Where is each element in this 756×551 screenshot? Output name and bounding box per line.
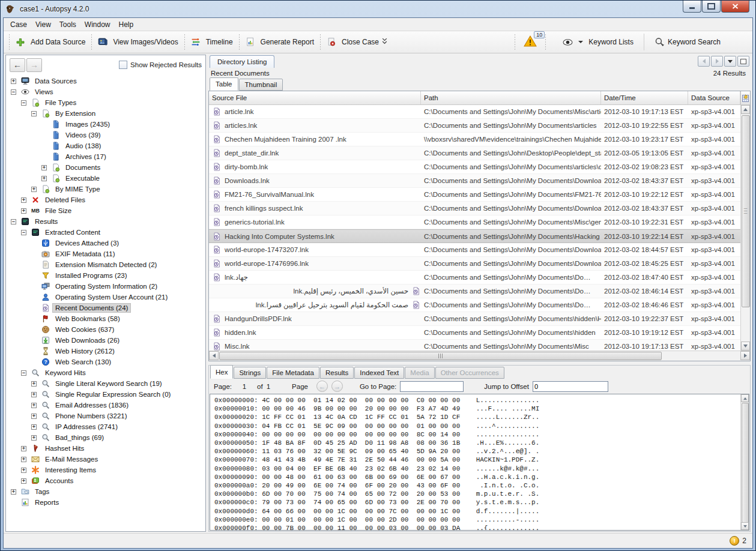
tree-item-label[interactable]: Extracted Content [43,228,103,236]
table-row[interactable]: articles.lnkC:\Documents and Settings\Jo… [209,119,740,133]
expand-icon[interactable]: + [31,392,37,397]
title-bar[interactable]: case1 - Autopsy 4.2.0 [3,1,753,17]
tree-item-label[interactable]: File Types [43,98,79,107]
scroll-down-button[interactable] [741,522,749,530]
hex-scrollbar[interactable] [740,394,749,530]
tree-item[interactable]: −By Extension [6,108,205,119]
tree-item-label[interactable]: EXIF Metadata (11) [53,250,118,258]
tree-item-label[interactable]: By MIME Type [53,185,103,193]
expand-icon[interactable]: + [31,424,37,430]
tree-item-label[interactable]: File Size [43,206,74,215]
expand-icon[interactable]: + [11,79,16,84]
tree-item-label[interactable]: Operating System Information (2) [53,282,160,291]
column-header-path[interactable]: Path [421,91,601,104]
table-row[interactable]: generics-tutorial.lnkC:\Documents and Se… [209,215,740,229]
expand-icon[interactable]: + [31,414,37,419]
table-row[interactable]: world-europe-17473207.lnkC:\Documents an… [209,243,740,257]
tree-item-label[interactable]: Recent Documents (24) [53,304,130,312]
expand-icon[interactable]: + [31,435,37,441]
toolbar-button-add-data-source[interactable]: Add Data Source [11,35,89,49]
tree-item-label[interactable]: Installed Programs (23) [53,271,130,280]
tree-item-label[interactable]: Web Downloads (26) [53,336,122,345]
table-row[interactable]: FM21-76_SurvivalManual.lnkC:\Documents a… [209,188,740,202]
collapse-icon[interactable]: − [21,370,26,376]
expand-icon[interactable]: + [21,197,26,203]
hex-scroll-thumb[interactable] [742,403,749,523]
scroll-tabs-right-button[interactable] [711,56,723,67]
table-settings-button[interactable] [740,91,750,104]
collapse-icon[interactable]: − [11,219,16,224]
collapse-icon[interactable]: − [31,111,37,116]
table-row[interactable]: article.lnkC:\Documents and Settings\Joh… [209,105,740,119]
tree-item[interactable]: ?Web Search (130) [6,357,205,367]
horizontal-scroll-thumb[interactable] [219,352,662,360]
tree-item[interactable]: +By MIME Type [6,184,205,194]
next-page-button[interactable]: → [331,381,343,392]
expand-icon[interactable]: + [41,176,47,181]
tree-item[interactable]: Devices Attached (3) [6,238,205,248]
tree-item-label[interactable]: Archives (17) [63,152,109,161]
scroll-down-button[interactable] [741,342,750,351]
tree-item-label[interactable]: Data Sources [32,77,79,85]
tab-directory-listing[interactable]: Directory Listing [210,55,274,68]
expand-icon[interactable]: + [21,208,26,214]
tree-item[interactable]: +Phone Numbers (3221) [6,411,205,421]
tree-item[interactable]: +Accounts [6,475,205,486]
tree-item[interactable]: Recent Documents (24) [6,303,205,313]
jump-offset-input[interactable] [533,381,608,392]
tree-item[interactable]: +Single Literal Keyword Search (19) [6,378,205,389]
hex-dump[interactable]: 0x00000000: 4C 00 00 00 01 14 02 00 00 0… [210,394,740,530]
toolbar-button-close-case[interactable]: Close Case [322,35,392,49]
table-row[interactable]: HandgunDrillsPDF.lnkC:\Documents and Set… [209,312,740,326]
tab-thumbnail[interactable]: Thumbnail [239,79,283,91]
tree-item-label[interactable]: Keyword Hits [43,369,88,377]
tree-item-label[interactable]: By Extension [53,109,98,118]
column-header-source-file[interactable]: Source File [209,91,421,104]
scroll-up-button[interactable] [741,394,749,402]
collapse-icon[interactable]: − [21,230,26,235]
tree-item[interactable]: Operating System Information (2) [6,281,205,292]
tree-item-label[interactable]: Hashset Hits [43,444,86,453]
table-row[interactable]: french killings suspect.lnkC:\Documents … [209,202,740,215]
tab-table[interactable]: Table [210,77,238,91]
scroll-right-button[interactable] [740,351,750,360]
tree-item[interactable]: EXIF Metadata (11) [6,248,205,259]
tree-item[interactable]: Installed Programs (23) [6,270,205,281]
tree-item[interactable]: +Tags [6,486,205,497]
tree-item[interactable]: Operating System User Account (21) [6,292,205,303]
expand-icon[interactable]: + [41,165,47,170]
tree-item[interactable]: +Hashset Hits [6,443,205,454]
tree-item-label[interactable]: Executable [63,174,102,182]
table-row[interactable]: حسين الأسدي، الخميس، رئيس إقليم.lnkC:\Do… [209,285,740,298]
tree-item-label[interactable]: Single Literal Keyword Search (19) [53,379,165,388]
tree-item-label[interactable]: Accounts [43,477,76,485]
table-row[interactable]: dept_state_dir.lnkC:\Documents and Setti… [209,146,740,160]
tree-item-label[interactable]: Extension Mismatch Detected (2) [53,260,159,269]
tab-hex[interactable]: Hex [210,365,233,379]
scroll-tabs-left-button[interactable] [698,56,710,67]
tab-file-metadata[interactable]: File Metadata [267,367,319,379]
toolbar-button-generate-report[interactable]: Generate Report [241,35,318,49]
scroll-up-button[interactable] [741,105,750,114]
expand-icon[interactable]: + [21,468,26,473]
collapse-icon[interactable]: − [11,89,16,95]
tree-item[interactable]: −Results [6,216,205,227]
table-row[interactable]: Hacking Into Computer Systems.lnkC:\Docu… [209,229,740,243]
tree-item-label[interactable]: Deleted Files [43,196,88,204]
tree-item-label[interactable]: Operating System User Account (21) [53,293,170,301]
tree-item[interactable]: +Executable [6,173,205,184]
tree-item-label[interactable]: Audio (138) [63,142,103,150]
tab-results[interactable]: Results [320,367,354,379]
scroll-left-button[interactable] [209,351,219,360]
menu-item-help[interactable]: Help [115,19,138,30]
tree-item[interactable]: +Documents [6,162,205,173]
tree-item-label[interactable]: IP Addresses (2741) [53,423,120,431]
tree-item[interactable]: Web History (2612) [6,346,205,357]
tree-item-label[interactable]: Documents [63,163,103,172]
maximize-panel-button[interactable] [737,56,749,67]
collapse-icon[interactable]: − [21,100,26,106]
menu-item-tools[interactable]: Tools [55,19,80,30]
show-rejected-checkbox[interactable] [119,61,127,69]
maximize-button[interactable] [702,1,721,13]
table-row[interactable]: صمت الحكومة لقيام السويد بترحيل عراقيين … [209,298,740,312]
